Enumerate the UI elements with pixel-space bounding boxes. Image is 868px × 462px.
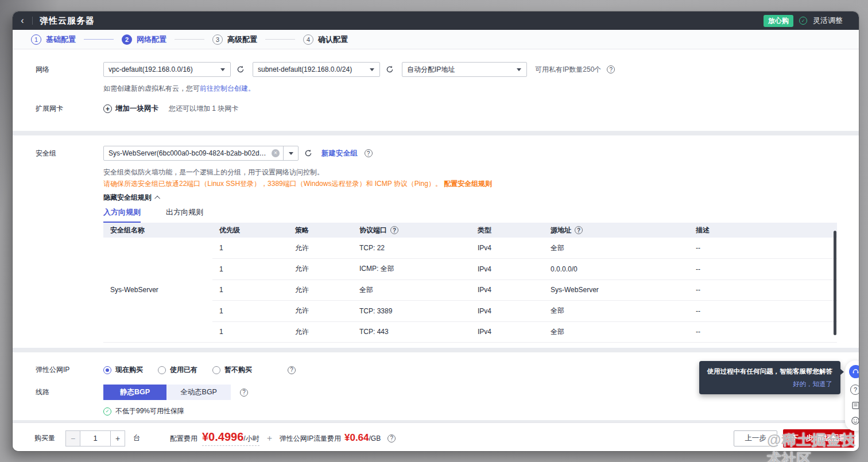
network-label: 网络 bbox=[13, 65, 103, 75]
tooltip-text: 使用过程中有任何问题，智能客服帮您解答 bbox=[707, 367, 833, 376]
floating-toolbar: ? bbox=[845, 360, 859, 431]
help-icon[interactable]: ? bbox=[240, 389, 248, 397]
satisfaction-button[interactable] bbox=[851, 416, 859, 425]
feedback-form-button[interactable] bbox=[851, 401, 859, 410]
col-group-name: 安全组名称 bbox=[103, 223, 212, 238]
step-number: 2 bbox=[122, 34, 132, 45]
table-row: 1 允许 全部 IPv4 Sys-WebServer -- bbox=[103, 279, 837, 301]
policy-cell: 允许 bbox=[288, 279, 352, 301]
help-icon[interactable]: ? bbox=[607, 65, 615, 73]
back-button[interactable]: ‹ bbox=[13, 11, 32, 30]
priority-cell: 1 bbox=[212, 321, 288, 343]
quantity-increase-button[interactable]: + bbox=[111, 430, 125, 447]
security-rules-table: 安全组名称 优先级 策略 协议端口? 类型 源地址? 描述 Sys-WebSer… bbox=[103, 223, 837, 343]
step-confirm-config[interactable]: 4 确认配置 bbox=[303, 34, 348, 45]
priority-cell: 1 bbox=[212, 259, 288, 280]
quantity-decrease-button[interactable]: − bbox=[65, 430, 80, 447]
radio-use-existing[interactable]: 使用已有 bbox=[158, 365, 197, 375]
col-policy: 策略 bbox=[288, 223, 352, 238]
help-center-button[interactable]: ? bbox=[850, 385, 859, 395]
configure-rules-link[interactable]: 配置安全组规则 bbox=[444, 180, 492, 188]
survey-icon bbox=[851, 401, 859, 410]
desc-cell: -- bbox=[689, 321, 837, 343]
refresh-icon bbox=[304, 149, 312, 157]
protocol-cell: ICMP: 全部 bbox=[352, 259, 471, 280]
rules-tabs: 入方向规则 出方向规则 bbox=[103, 207, 859, 223]
step-label: 确认配置 bbox=[318, 34, 348, 45]
ip-assign-select[interactable]: 自动分配IP地址 bbox=[402, 62, 527, 77]
radio-label: 使用已有 bbox=[170, 365, 197, 375]
new-security-group-link[interactable]: 新建安全组 bbox=[321, 149, 358, 158]
help-icon[interactable]: ? bbox=[575, 226, 583, 234]
type-cell: IPv4 bbox=[471, 279, 544, 301]
source-cell: 全部 bbox=[544, 321, 689, 343]
tooltip-dismiss-link[interactable]: 好的，知道了 bbox=[707, 380, 833, 389]
desc-cell: -- bbox=[689, 238, 837, 259]
question-icon: ? bbox=[854, 386, 857, 393]
ip-assign-select-value: 自动分配IP地址 bbox=[402, 65, 517, 75]
vpc-select[interactable]: vpc-default(192.168.0.0/16) bbox=[103, 62, 231, 77]
desc-cell: -- bbox=[689, 301, 837, 322]
help-icon[interactable]: ? bbox=[388, 434, 396, 442]
step-connector bbox=[175, 39, 204, 40]
help-icon[interactable]: ? bbox=[365, 149, 373, 157]
fee-summary: 配置费用 ¥0.4996 /小时 ＋ 弹性公网IP流量费用 ¥0.64 /GB … bbox=[170, 430, 396, 446]
traffic-fee-price: ¥0.64 bbox=[344, 432, 369, 444]
subnet-select[interactable]: subnet-default(192.168.0.0/24) bbox=[253, 62, 380, 77]
step-network-config[interactable]: 2 网络配置 bbox=[122, 34, 166, 45]
step-indicator: 1 基础配置 2 网络配置 3 高级配置 4 确认配置 bbox=[13, 30, 859, 49]
tab-outbound-rules[interactable]: 出方向规则 bbox=[166, 207, 203, 223]
content-area: 网络 vpc-default(192.168.0.0/16) subnet-de… bbox=[13, 49, 859, 420]
radio-not-now[interactable]: 暂不购买 bbox=[212, 365, 252, 375]
subnet-select-value: subnet-default(192.168.0.0/24) bbox=[253, 65, 370, 73]
smart-assistant-button[interactable] bbox=[849, 365, 859, 378]
radio-label: 暂不购买 bbox=[224, 365, 252, 375]
type-cell: IPv4 bbox=[471, 301, 544, 322]
console-create-link[interactable]: 前往控制台创建。 bbox=[200, 84, 255, 92]
table-row: Sys-WebServer 1 允许 TCP: 22 IPv4 全部 -- bbox=[103, 238, 837, 259]
col-description: 描述 bbox=[689, 223, 837, 238]
helper-prefix: 如需创建新的虚拟私有云，您可 bbox=[103, 84, 200, 92]
minus-icon: − bbox=[71, 434, 75, 443]
nic-label: 扩展网卡 bbox=[13, 104, 103, 114]
table-scrollbar[interactable] bbox=[834, 231, 836, 335]
availability-guarantee: 不低于99%可用性保障 bbox=[115, 406, 184, 416]
protocol-cell: 全部 bbox=[352, 279, 471, 301]
tab-inbound-rules[interactable]: 入方向规则 bbox=[103, 207, 141, 223]
vpc-helper-text: 如需创建新的虚拟私有云，您可前往控制台创建。 bbox=[103, 84, 859, 94]
security-group-select[interactable]: Sys-WebServer(6bc000a0-bc09-4824-b2ab-b0… bbox=[103, 146, 299, 161]
source-link[interactable]: Sys-WebServer bbox=[544, 279, 689, 301]
fee-label: 配置费用 bbox=[170, 434, 197, 444]
top-bar: ‹ 弹性云服务器 放心购 ✓ 灵活调整 bbox=[13, 11, 859, 30]
vpc-refresh-button[interactable] bbox=[235, 64, 246, 75]
add-nic-button[interactable]: + 增加一块网卡 bbox=[103, 104, 158, 114]
line-static-bgp-button[interactable]: 静态BGP bbox=[103, 385, 166, 400]
step-basic-config[interactable]: 1 基础配置 bbox=[31, 34, 76, 45]
radio-label: 现在购买 bbox=[115, 365, 143, 375]
security-group-warning: 请确保所选安全组已放通22端口（Linux SSH登录），3389端口（Wind… bbox=[103, 179, 859, 189]
help-icon[interactable]: ? bbox=[390, 226, 398, 234]
previous-step-button[interactable]: 上一步 bbox=[734, 430, 777, 447]
quantity-label: 购买量 bbox=[34, 433, 55, 443]
step-label: 基础配置 bbox=[46, 34, 76, 45]
radio-buy-now[interactable]: 现在购买 bbox=[103, 365, 143, 375]
policy-cell: 允许 bbox=[288, 238, 352, 259]
availability-check-icon: ✓ bbox=[103, 407, 111, 416]
line-dynamic-bgp-button[interactable]: 全动态BGP bbox=[166, 385, 231, 400]
step-advanced-config[interactable]: 3 高级配置 bbox=[212, 34, 257, 45]
radio-icon bbox=[212, 366, 220, 374]
plus-sign: ＋ bbox=[265, 433, 274, 444]
caret-down-icon bbox=[289, 152, 293, 155]
hide-rules-toggle[interactable]: 隐藏安全组规则 bbox=[103, 193, 859, 203]
quantity-value[interactable]: 1 bbox=[80, 430, 111, 447]
protocol-cell: TCP: 22 bbox=[352, 238, 471, 259]
clear-icon[interactable]: × bbox=[272, 149, 280, 157]
subnet-refresh-button[interactable] bbox=[385, 64, 395, 75]
add-nic-label: 增加一块网卡 bbox=[115, 104, 158, 114]
next-step-button[interactable]: 下一步: 高级配置 bbox=[783, 429, 854, 448]
security-group-refresh-button[interactable] bbox=[303, 148, 313, 158]
priority-cell: 1 bbox=[212, 301, 288, 322]
priority-cell: 1 bbox=[212, 279, 288, 301]
help-icon[interactable]: ? bbox=[288, 366, 296, 374]
quantity-unit: 台 bbox=[133, 433, 140, 443]
